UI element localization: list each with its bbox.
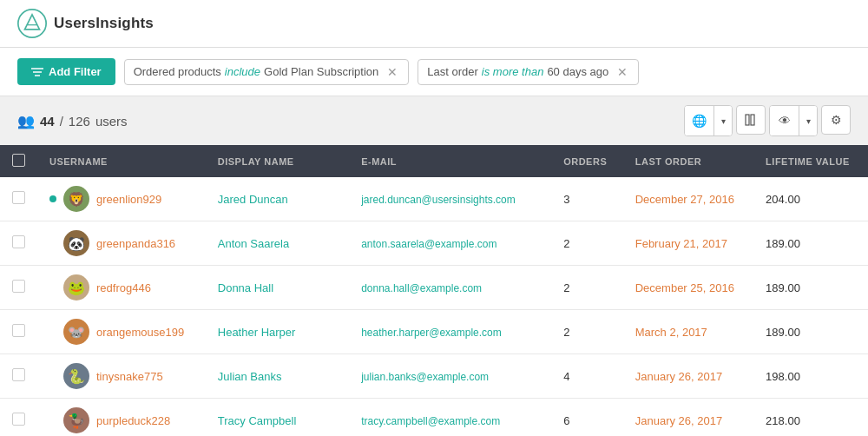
email[interactable]: anton.saarela@example.com: [361, 238, 496, 250]
row-checkbox-cell: [0, 399, 37, 437]
username[interactable]: tinysnake775: [96, 370, 163, 383]
lifetime-value: 198.00: [766, 370, 800, 383]
eye-dropdown-button[interactable]: ▾: [799, 106, 817, 135]
last-order-date: December 27, 2016: [635, 193, 734, 206]
user-avatar: 🦆: [63, 407, 89, 433]
username[interactable]: purpleduck228: [96, 414, 170, 427]
orders-count: 2: [563, 237, 569, 250]
icon-buttons: 🌐 ▾ 👁 ▾ ⚙: [684, 105, 851, 136]
stats-total: 126: [69, 114, 90, 129]
row-checkbox[interactable]: [12, 368, 25, 381]
email[interactable]: donna.hall@example.com: [361, 282, 482, 294]
header: UsersInsights: [0, 0, 868, 48]
row-checkbox-cell: [0, 310, 37, 354]
svg-rect-7: [751, 115, 754, 125]
logo-icon: [17, 9, 47, 38]
user-avatar: 🐸: [63, 274, 89, 301]
eye-button[interactable]: 👁: [770, 106, 799, 135]
username[interactable]: greenlion929: [96, 193, 161, 206]
filter-suffix-2: 60 days ago: [547, 65, 608, 78]
add-filter-button[interactable]: Add Filter: [17, 58, 115, 85]
row-checkbox-cell: [0, 221, 37, 266]
row-display-name-cell: Julian Banks: [206, 354, 349, 399]
orders-count: 6: [563, 414, 569, 427]
display-name[interactable]: Anton Saarela: [218, 237, 289, 250]
table-row: 🐸 redfrog446 Donna Hall donna.hall@examp…: [0, 266, 868, 310]
row-checkbox-cell: [0, 354, 37, 399]
row-checkbox-cell: [0, 177, 37, 221]
stats-count: 44: [40, 114, 55, 129]
row-last-order-cell: January 26, 2017: [623, 354, 753, 399]
display-name[interactable]: Julian Banks: [218, 370, 282, 383]
stats-left: 👥 44 / 126 users: [17, 113, 128, 129]
user-avatar: 🐍: [63, 363, 89, 389]
row-checkbox[interactable]: [12, 413, 25, 426]
filter-prefix-2: Last order: [427, 65, 478, 78]
display-name[interactable]: Tracy Campbell: [218, 414, 297, 427]
lifetime-value: 189.00: [766, 237, 800, 250]
settings-button[interactable]: ⚙: [821, 105, 851, 135]
email[interactable]: heather.harper@example.com: [361, 327, 502, 339]
row-checkbox[interactable]: [12, 191, 25, 204]
user-avatar: 🐼: [63, 230, 89, 256]
email[interactable]: julian.banks@example.com: [361, 371, 489, 383]
row-checkbox[interactable]: [12, 280, 25, 293]
row-checkbox[interactable]: [12, 324, 25, 337]
table-row: 🐭 orangemouse199 Heather Harper heather.…: [0, 310, 868, 354]
username[interactable]: orangemouse199: [96, 326, 184, 339]
username[interactable]: redfrog446: [96, 281, 151, 294]
row-email-cell: tracy.campbell@example.com: [349, 399, 551, 437]
columns-icon: [745, 114, 757, 126]
user-avatar: 🦁: [63, 186, 89, 212]
row-lifetime-cell: 198.00: [753, 354, 868, 399]
display-name[interactable]: Jared Duncan: [218, 193, 288, 206]
row-lifetime-cell: 189.00: [753, 221, 868, 266]
row-orders-cell: 6: [551, 399, 623, 437]
lifetime-value: 204.00: [766, 193, 800, 206]
stats-label: users: [95, 114, 128, 129]
globe-button[interactable]: 🌐: [685, 106, 714, 135]
row-username-cell: 🐍 tinysnake775: [37, 354, 206, 399]
table-row: 🦁 greenlion929 Jared Duncan jared.duncan…: [0, 177, 868, 221]
display-name[interactable]: Heather Harper: [218, 326, 296, 339]
row-last-order-cell: March 2, 2017: [623, 310, 753, 354]
filter-remove-last-order[interactable]: ✕: [615, 65, 629, 79]
filter-keyword-2: is more than: [482, 65, 544, 78]
col-email[interactable]: E-MAIL: [349, 145, 551, 177]
row-checkbox-cell: [0, 266, 37, 310]
row-display-name-cell: Tracy Campbell: [206, 399, 349, 437]
username[interactable]: greenpanda316: [96, 237, 175, 250]
last-order-date: January 26, 2017: [635, 414, 722, 427]
email[interactable]: tracy.campbell@example.com: [361, 415, 500, 427]
row-display-name-cell: Heather Harper: [206, 310, 349, 354]
select-all-checkbox[interactable]: [12, 154, 25, 167]
globe-dropdown-button[interactable]: ▾: [714, 106, 732, 135]
email[interactable]: jared.duncan@usersinsights.com: [361, 194, 516, 206]
col-lifetime-value[interactable]: LIFETIME VALUE: [753, 145, 868, 177]
add-filter-label: Add Filter: [49, 65, 102, 78]
row-orders-cell: 4: [551, 354, 623, 399]
col-orders[interactable]: ORDERS: [551, 145, 623, 177]
col-display-name[interactable]: DISPLAY NAME: [206, 145, 349, 177]
row-email-cell: donna.hall@example.com: [349, 266, 551, 310]
col-last-order[interactable]: LAST ORDER: [623, 145, 753, 177]
table-row: 🐼 greenpanda316 Anton Saarela anton.saar…: [0, 221, 868, 266]
app-container: UsersInsights Add Filter Ordered product…: [0, 0, 868, 436]
online-indicator: [49, 195, 56, 202]
columns-button[interactable]: [736, 105, 766, 135]
orders-count: 2: [563, 326, 569, 339]
users-icon: 👥: [17, 113, 35, 129]
row-checkbox[interactable]: [12, 235, 25, 248]
filter-icon: [31, 67, 43, 77]
row-last-order-cell: December 27, 2016: [623, 177, 753, 221]
logo: UsersInsights: [17, 9, 154, 38]
display-name[interactable]: Donna Hall: [218, 281, 273, 294]
filter-suffix-1: Gold Plan Subscription: [264, 65, 378, 78]
row-orders-cell: 2: [551, 266, 623, 310]
row-last-order-cell: January 26, 2017: [623, 399, 753, 437]
filter-remove-products[interactable]: ✕: [385, 65, 399, 79]
row-lifetime-cell: 204.00: [753, 177, 868, 221]
row-email-cell: julian.banks@example.com: [349, 354, 551, 399]
col-username[interactable]: USERNAME: [37, 145, 206, 177]
icon-btn-group-eye: 👁 ▾: [769, 105, 818, 136]
